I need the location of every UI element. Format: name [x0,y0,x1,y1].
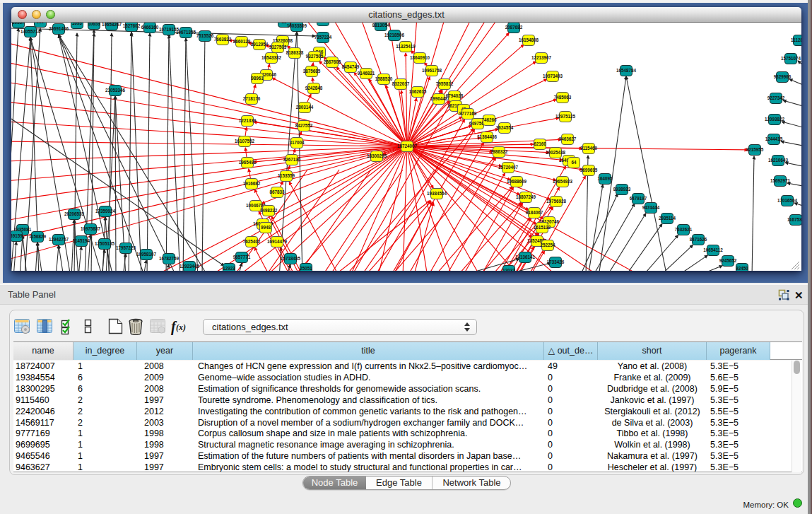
svg-text:7663822: 7663822 [214,37,232,42]
svg-text:252254: 252254 [540,243,555,247]
svg-text:969: 969 [37,23,45,24]
svg-text:9327503: 9327503 [269,45,287,49]
svg-text:18640910: 18640910 [410,55,430,60]
svg-text:18724007: 18724007 [397,144,418,148]
svg-text:8454749: 8454749 [342,64,360,69]
svg-text:317004: 317004 [289,140,305,145]
svg-text:16033809: 16033809 [287,23,307,28]
svg-text:9245652: 9245652 [719,258,737,263]
svg-text:12942757: 12942757 [49,237,69,242]
svg-text:1527602: 1527602 [123,23,141,28]
svg-text:7625402: 7625402 [243,239,261,244]
svg-text:2087682: 2087682 [505,25,523,30]
svg-text:8660128: 8660128 [233,39,251,44]
svg-text:1112897: 1112897 [791,37,801,42]
svg-text:6466160: 6466160 [141,25,159,30]
svg-text:16: 16 [281,23,287,24]
svg-text:3267130: 3267130 [283,157,301,162]
svg-text:9327505: 9327505 [306,54,324,59]
svg-text:6794028: 6794028 [446,93,464,98]
svg-text:19756928: 19756928 [546,199,567,204]
svg-text:62160: 62160 [534,141,546,146]
svg-text:3875685: 3875685 [303,69,321,74]
svg-text:746266: 746266 [481,117,497,122]
svg-text:7485063: 7485063 [554,95,572,100]
svg-text:9777169: 9777169 [459,111,477,116]
svg-text:21364436: 21364436 [477,134,498,139]
svg-text:1588520: 1588520 [375,76,393,81]
svg-text:1156829: 1156829 [29,234,47,239]
svg-text:15718485: 15718485 [281,256,301,261]
svg-text:19384554: 19384554 [427,191,447,196]
svg-text:9657771: 9657771 [233,255,251,259]
svg-text:39159: 39159 [11,233,23,238]
svg-text:1221339: 1221339 [239,118,257,123]
svg-text:1965491: 1965491 [239,160,257,165]
svg-text:12923: 12923 [223,266,235,271]
svg-text:17016504: 17016504 [777,198,798,203]
svg-text:8186328: 8186328 [286,50,304,55]
svg-text:8938923: 8938923 [613,187,631,192]
svg-text:7986322: 7986322 [490,149,508,154]
svg-text:12093822: 12093822 [765,117,785,122]
svg-text:10654112: 10654112 [703,247,723,252]
svg-text:9463627: 9463627 [559,136,577,141]
svg-text:12505135: 12505135 [95,241,115,246]
svg-text:17957225: 17957225 [116,245,136,250]
svg-text:18300295: 18300295 [367,153,387,158]
svg-text:10653267: 10653267 [102,23,122,27]
svg-text:20691406: 20691406 [49,26,69,31]
svg-text:12975125: 12975125 [555,114,576,119]
svg-text:8215955: 8215955 [746,147,764,152]
svg-text:15751074: 15751074 [781,56,801,61]
svg-text:10975887: 10975887 [81,226,101,231]
svg-text:9329966: 9329966 [774,74,792,79]
svg-text:25051: 25051 [300,266,312,271]
svg-text:3498222: 3498222 [260,208,278,213]
svg-text:10961758: 10961758 [422,68,442,73]
svg-text:7955812: 7955812 [436,81,454,86]
svg-text:20206535: 20206535 [64,211,85,216]
svg-text:14136141: 14136141 [515,255,536,259]
svg-text:9227342: 9227342 [767,95,785,100]
svg-text:19654923: 19654923 [553,179,573,184]
svg-text:10025438: 10025438 [546,150,566,155]
svg-text:16107552: 16107552 [235,139,255,144]
svg-text:21053346: 21053346 [105,88,126,93]
svg-text:9115460: 9115460 [580,146,598,151]
svg-text:10958107: 10958107 [136,252,157,257]
svg-text:9184067: 9184067 [526,210,543,215]
svg-text:9242848: 9242848 [305,86,323,90]
svg-text:3624554: 3624554 [496,125,514,130]
svg-text:16543382: 16543382 [261,55,282,60]
svg-text:9146821: 9146821 [358,71,375,76]
svg-text:867833: 867833 [269,189,285,194]
svg-text:64: 64 [571,160,577,165]
svg-text:10973493: 10973493 [543,74,563,78]
svg-text:16548784: 16548784 [616,68,637,73]
svg-text:1362615: 1362615 [409,89,427,94]
svg-text:16914479: 16914479 [267,239,288,244]
svg-text:11325419: 11325419 [396,44,416,49]
svg-text:2935114: 2935114 [659,216,676,221]
svg-text:1093: 1093 [72,23,83,25]
svg-text:9699695: 9699695 [580,168,598,173]
svg-text:9948: 9948 [261,225,271,230]
svg-text:1615132: 1615132 [534,225,551,230]
svg-text:164095: 164095 [597,176,613,181]
svg-text:1244415: 1244415 [765,136,783,141]
svg-text:19218506: 19218506 [384,33,405,37]
svg-text:6479197: 6479197 [630,196,647,201]
svg-text:12923445: 12923445 [180,264,200,269]
svg-text:9474444: 9474444 [642,205,660,210]
svg-text:8912954: 8912954 [251,42,269,47]
svg-text:15692971: 15692971 [770,178,791,183]
svg-text:12213967: 12213967 [531,55,552,60]
svg-text:18807249: 18807249 [516,194,536,199]
svg-text:7515526: 7515526 [196,33,214,38]
svg-text:8427552: 8427552 [295,123,313,128]
svg-text:8322037: 8322037 [392,81,410,86]
svg-text:7632621: 7632621 [675,227,693,232]
svg-text:10671355: 10671355 [176,30,196,35]
svg-text:8471626: 8471626 [690,237,707,242]
